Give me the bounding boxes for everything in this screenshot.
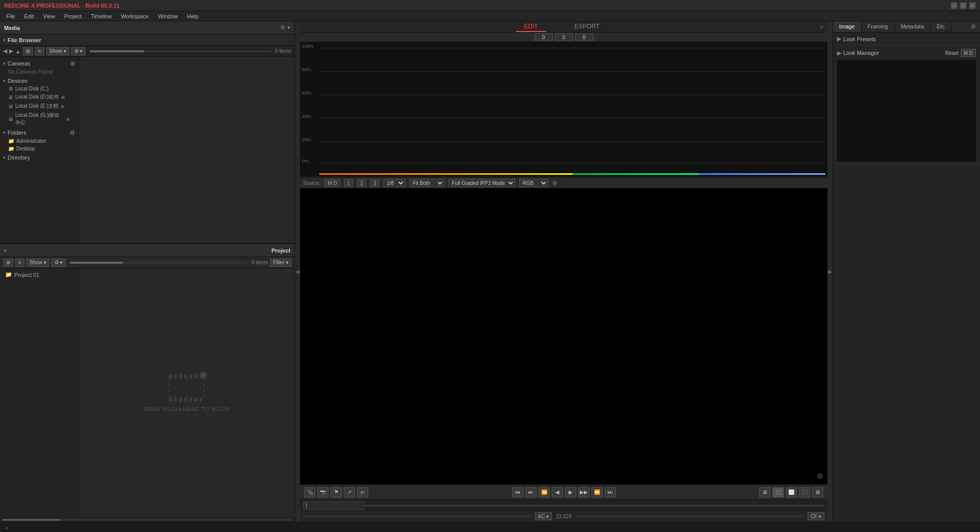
devices-header[interactable]: ▾ Devices [0, 77, 78, 85]
fast-fwd-btn[interactable]: ⏩ [591, 487, 603, 497]
look-manager-header[interactable]: ▶ Look Manager Reset M D [837, 48, 976, 58]
scope-graph: 100% 80% 60% 40% 20% 0% [300, 42, 827, 177]
eject-icon-e[interactable]: ⏏ [61, 104, 65, 109]
tab-export[interactable]: EXPORT [567, 22, 608, 32]
scope-g-input[interactable] [555, 34, 573, 41]
media-collapse-icon[interactable]: ▾ [287, 24, 290, 31]
grade-mode-select[interactable]: Full Graded IPP2 Mode Raw Mode [449, 179, 515, 187]
menu-view[interactable]: View [39, 12, 60, 20]
folder-administrator[interactable]: 📁 Administrator [0, 137, 78, 145]
next-frame-btn[interactable]: ▶▶ [578, 487, 589, 497]
file-browser-toggle-icon[interactable]: ▾ [3, 38, 6, 43]
device-d-label: Local Disk (D:)软件 [15, 93, 59, 101]
close-button[interactable]: × [969, 2, 976, 9]
channel-1-btn[interactable]: 1 [344, 179, 353, 187]
export-btn[interactable]: ↗ [344, 487, 355, 497]
minimize-button[interactable]: − [951, 2, 958, 9]
ac-progress[interactable] [303, 515, 531, 517]
folders-label: Folders [8, 130, 26, 136]
scope-b-input[interactable] [575, 34, 593, 41]
tab-edit[interactable]: EDIT [516, 22, 546, 32]
tab-image[interactable]: Image [833, 21, 862, 32]
channel-2-btn[interactable]: 2 [357, 179, 366, 187]
aspect-btn[interactable]: ⬛ [799, 487, 810, 497]
media-settings-icon[interactable]: ⚙ [280, 24, 285, 31]
show-btn[interactable]: Show ▾ [46, 47, 69, 55]
menu-window[interactable]: Window [154, 12, 182, 20]
grid-view-btn[interactable]: ⊞ [23, 47, 33, 55]
scope-r-input[interactable] [534, 34, 553, 41]
clip-in-btn[interactable]: 📎 [304, 487, 315, 497]
folder-desktop[interactable]: 📁 Desktop [0, 145, 78, 152]
md-button[interactable]: M D [324, 179, 340, 187]
cameras-add-icon[interactable]: ⊕ [70, 60, 75, 67]
lm-md-btn[interactable]: M D [961, 49, 976, 57]
nav-up-icon[interactable]: ▲ [15, 48, 21, 54]
prev-clip-btn[interactable]: ⏭ [525, 487, 537, 497]
eject-icon-g[interactable]: ⏏ [66, 116, 70, 121]
menu-file[interactable]: File [2, 12, 19, 20]
filter-btn[interactable]: Filter ▾ [270, 259, 291, 267]
lut-btn[interactable]: ⊠ [812, 487, 823, 497]
project-scrollbar[interactable] [0, 518, 294, 522]
timecode-input[interactable] [303, 502, 364, 510]
left-panel-toggle[interactable]: ◀ [295, 21, 300, 522]
snapshot-btn[interactable]: 📷 [317, 487, 329, 497]
project-list-btn[interactable]: ≡ [15, 259, 24, 267]
eject-icon-d[interactable]: ⏏ [61, 95, 66, 100]
prev-frame-btn[interactable]: ◀ [552, 487, 563, 497]
right-panel-toggle[interactable]: ▶ [827, 21, 833, 522]
monitor-btn[interactable]: 🖥 [759, 487, 770, 497]
project-collapse-icon[interactable]: ▾ [4, 248, 7, 253]
timeline-scrubber[interactable] [364, 505, 824, 507]
menu-timeline[interactable]: Timeline [87, 12, 116, 20]
play-btn[interactable]: ▶ [565, 487, 576, 497]
drag-text: DRAG MEDIA HERE TO BEGIN [143, 406, 230, 412]
device-d[interactable]: 🖥 Local Disk (D:)软件 ⏏ [0, 92, 78, 102]
device-g-label: Local Disk (G:)移动办公 [15, 112, 64, 126]
device-g[interactable]: 🖥 Local Disk (G:)移动办公 ⏏ [0, 111, 78, 127]
center-menu-icon[interactable]: ≡ [820, 24, 823, 30]
directory-header[interactable]: ▾ Directory [0, 153, 78, 162]
cf-btn[interactable]: CF ▾ [808, 512, 824, 520]
project-grid-btn[interactable]: ⊞ [3, 259, 13, 267]
project-item-01[interactable]: 📁 Project 01 [0, 270, 78, 279]
right-panel-settings-icon[interactable]: ⚙ [967, 21, 980, 32]
device-c[interactable]: 🖥 Local Disk (C:) [0, 85, 78, 92]
list-view-btn[interactable]: ≡ [35, 47, 44, 55]
folders-header[interactable]: ▾ Folders ⚙ [0, 128, 78, 137]
mark-btn[interactable]: ⊳ [357, 487, 368, 497]
overlay-btn[interactable]: ⬚ [773, 487, 784, 497]
viewer-settings-icon[interactable]: ⚙ [552, 180, 557, 186]
goto-start-btn[interactable]: ⏮ [512, 487, 523, 497]
look-manager-section: ▶ Look Manager Reset M D [833, 46, 980, 164]
menu-workspace[interactable]: Workspace [117, 12, 153, 20]
ac-btn[interactable]: AC ▾ [535, 512, 552, 520]
tab-metadata[interactable]: Metadata [895, 21, 931, 32]
tab-framing[interactable]: Framing [862, 21, 895, 32]
goto-end-btn[interactable]: ⏭ [605, 487, 616, 497]
channel-3-btn[interactable]: 3 [370, 179, 379, 187]
flag-btn[interactable]: ⚑ [331, 487, 342, 497]
safe-area-btn[interactable]: ⬜ [786, 487, 797, 497]
nav-back-icon[interactable]: ◀ [3, 48, 7, 54]
color-space-select[interactable]: RGB YCbCr [519, 179, 548, 187]
fb-settings-btn[interactable]: ⚙ ▾ [71, 47, 86, 55]
file-browser-header: ▾ File Browser [0, 35, 294, 46]
cf-progress[interactable] [576, 515, 804, 517]
nav-forward-icon[interactable]: ▶ [9, 48, 13, 54]
device-e[interactable]: 🖥 Local Disk (E:)文档 ⏏ [0, 102, 78, 111]
folders-settings-icon[interactable]: ⚙ [70, 129, 75, 136]
menu-edit[interactable]: Edit [20, 12, 38, 20]
rewind-btn[interactable]: ⏪ [539, 487, 550, 497]
scale-select[interactable]: 1/8 1/4 1/2 Full [383, 179, 405, 187]
look-presets-header[interactable]: ▶ Look Presets [837, 35, 976, 43]
menu-help[interactable]: Help [183, 12, 203, 20]
menu-project[interactable]: Project [60, 12, 85, 20]
fit-mode-select[interactable]: Fit Both Fit Width Fit Height [409, 179, 444, 187]
tab-etc[interactable]: Etc [931, 21, 952, 32]
project-show-btn[interactable]: Show ▾ [26, 259, 49, 267]
cameras-header[interactable]: ▾ Cameras ⊕ [0, 59, 78, 68]
project-settings-btn[interactable]: ⚙ ▾ [51, 259, 66, 267]
maximize-button[interactable]: □ [960, 2, 967, 9]
